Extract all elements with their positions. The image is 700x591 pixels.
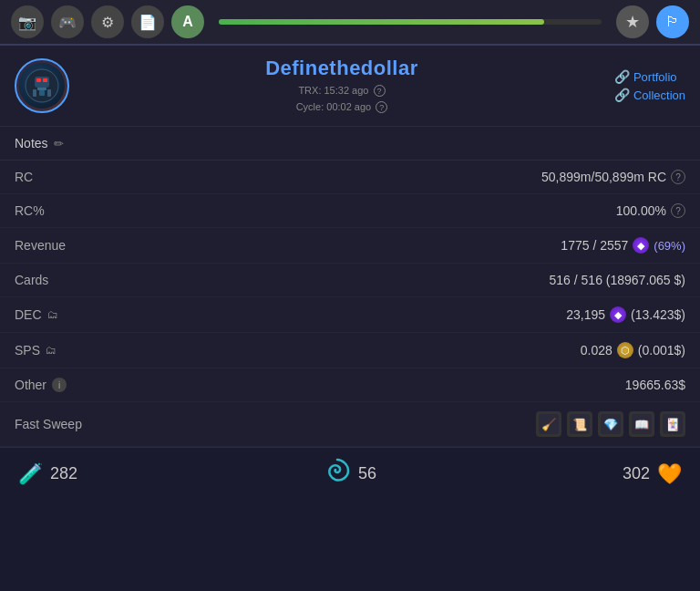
portfolio-link[interactable]: 🔗 Portfolio bbox=[614, 69, 677, 84]
svg-rect-5 bbox=[39, 90, 45, 96]
rc-percent-row: RC% 100.00% ? bbox=[0, 194, 700, 228]
collection-link-icon: 🔗 bbox=[614, 88, 630, 102]
svg-rect-4 bbox=[37, 88, 46, 90]
dec-currency-icon: ◆ bbox=[610, 306, 626, 323]
sweep-icon-5[interactable]: 🃏 bbox=[660, 411, 685, 437]
svg-rect-6 bbox=[33, 89, 36, 97]
cards-label: Cards bbox=[15, 273, 97, 287]
dec-label: DEC 🗂 bbox=[15, 307, 97, 322]
gear-icon-btn[interactable]: ⚙ bbox=[91, 5, 124, 38]
bottom-right-item: 302 🧡 bbox=[623, 462, 682, 486]
svg-text:💎: 💎 bbox=[603, 417, 619, 432]
dec-value: 23,195 ◆ (13.423$) bbox=[566, 306, 685, 323]
trx-question-icon[interactable]: ? bbox=[374, 85, 386, 97]
left-potion-icon: 🧪 bbox=[18, 462, 43, 486]
revenue-label: Revenue bbox=[15, 238, 97, 253]
fast-sweep-icons: 🧹 📜 💎 bbox=[536, 411, 685, 437]
letter-icon-btn[interactable]: A bbox=[171, 5, 204, 38]
center-count: 56 bbox=[358, 464, 376, 483]
progress-bar-fill bbox=[219, 19, 544, 25]
revenue-value: 1775 / 2557 ◆ (69%) bbox=[561, 237, 685, 254]
cards-value: 516 / 516 (18967.065 $) bbox=[550, 273, 685, 287]
sps-currency-icon: ⬡ bbox=[617, 342, 633, 358]
svg-text:📜: 📜 bbox=[572, 417, 588, 432]
cards-row: Cards 516 / 516 (18967.065 $) bbox=[0, 264, 700, 297]
notes-section-header: Notes ✏ bbox=[0, 127, 700, 161]
svg-rect-2 bbox=[36, 78, 41, 82]
collection-link[interactable]: 🔗 Collection bbox=[614, 88, 685, 102]
progress-bar-container bbox=[219, 19, 602, 25]
sweep-icon-4[interactable]: 📖 bbox=[629, 411, 654, 437]
profile-links: 🔗 Portfolio 🔗 Collection bbox=[614, 69, 685, 102]
controller-icon-btn[interactable]: 🎮 bbox=[51, 5, 84, 38]
rc-value: 50,899m/50,899m RC ? bbox=[541, 170, 685, 184]
stats-table: RC 50,899m/50,899m RC ? RC% 100.00% ? Re… bbox=[0, 161, 700, 447]
avatar bbox=[15, 58, 69, 113]
dec-wallet-icon[interactable]: 🗂 bbox=[47, 308, 58, 321]
svg-text:🧹: 🧹 bbox=[541, 417, 557, 432]
top-nav: 📷 🎮 ⚙ 📄 A ★ 🏳 bbox=[0, 0, 700, 46]
document-icon-btn[interactable]: 📄 bbox=[131, 5, 164, 38]
svg-text:🃏: 🃏 bbox=[665, 417, 681, 432]
avatar-image bbox=[19, 63, 65, 109]
profile-section: Definethedollar TRX: 15:32 ago ? Cycle: … bbox=[0, 46, 700, 127]
sps-label: SPS 🗂 bbox=[15, 343, 97, 358]
sweep-icon-2[interactable]: 📜 bbox=[567, 411, 592, 437]
rc-row: RC 50,899m/50,899m RC ? bbox=[0, 161, 700, 194]
bottom-center-item: 56 bbox=[77, 457, 623, 491]
profile-info: Definethedollar TRX: 15:32 ago ? Cycle: … bbox=[69, 57, 614, 115]
portfolio-link-icon: 🔗 bbox=[614, 69, 630, 84]
other-info-icon[interactable]: i bbox=[52, 378, 67, 392]
svg-rect-7 bbox=[47, 89, 51, 97]
rc-percent-label: RC% bbox=[15, 203, 97, 218]
sps-value: 0.028 ⬡ (0.001$) bbox=[581, 342, 685, 358]
profile-username: Definethedollar bbox=[69, 57, 614, 80]
fast-sweep-value: 🧹 📜 💎 bbox=[536, 411, 685, 437]
dec-row: DEC 🗂 23,195 ◆ (13.423$) bbox=[0, 297, 700, 333]
revenue-row: Revenue 1775 / 2557 ◆ (69%) bbox=[0, 228, 700, 264]
sps-wallet-icon[interactable]: 🗂 bbox=[46, 344, 57, 357]
profile-trx: TRX: 15:32 ago ? Cycle: 00:02 ago ? bbox=[69, 83, 614, 115]
fast-sweep-label: Fast Sweep bbox=[15, 417, 97, 431]
notes-edit-icon[interactable]: ✏ bbox=[54, 137, 64, 150]
sweep-icon-3[interactable]: 💎 bbox=[598, 411, 623, 437]
other-value: 19665.63$ bbox=[625, 378, 685, 392]
other-row: Other i 19665.63$ bbox=[0, 368, 700, 402]
sps-row: SPS 🗂 0.028 ⬡ (0.001$) bbox=[0, 333, 700, 368]
rc-question-icon[interactable]: ? bbox=[671, 170, 685, 184]
star-button[interactable]: ★ bbox=[616, 5, 649, 38]
right-potion-icon: 🧡 bbox=[657, 462, 682, 486]
rc-percent-value: 100.00% ? bbox=[616, 203, 685, 218]
cycle-question-icon[interactable]: ? bbox=[376, 101, 387, 113]
svg-text:📖: 📖 bbox=[634, 417, 650, 432]
other-label: Other i bbox=[15, 378, 97, 392]
right-count: 302 bbox=[623, 464, 650, 483]
svg-rect-1 bbox=[35, 77, 49, 88]
revenue-dec-icon: ◆ bbox=[633, 237, 649, 254]
fast-sweep-row: Fast Sweep 🧹 📜 bbox=[0, 402, 700, 447]
camera-icon-btn[interactable]: 📷 bbox=[11, 5, 44, 38]
rc-percent-question-icon[interactable]: ? bbox=[671, 203, 685, 218]
left-count: 282 bbox=[50, 464, 77, 483]
sweep-icon-1[interactable]: 🧹 bbox=[536, 411, 561, 437]
nav-right-icons: ★ 🏳 bbox=[616, 5, 689, 38]
nav-settings-button[interactable]: 🏳 bbox=[656, 5, 689, 38]
rc-label: RC bbox=[15, 170, 97, 184]
bottom-left-item: 🧪 282 bbox=[18, 462, 77, 486]
swirl-icon bbox=[324, 457, 351, 491]
bottom-bar: 🧪 282 56 302 🧡 bbox=[0, 447, 700, 500]
svg-rect-3 bbox=[43, 78, 47, 82]
